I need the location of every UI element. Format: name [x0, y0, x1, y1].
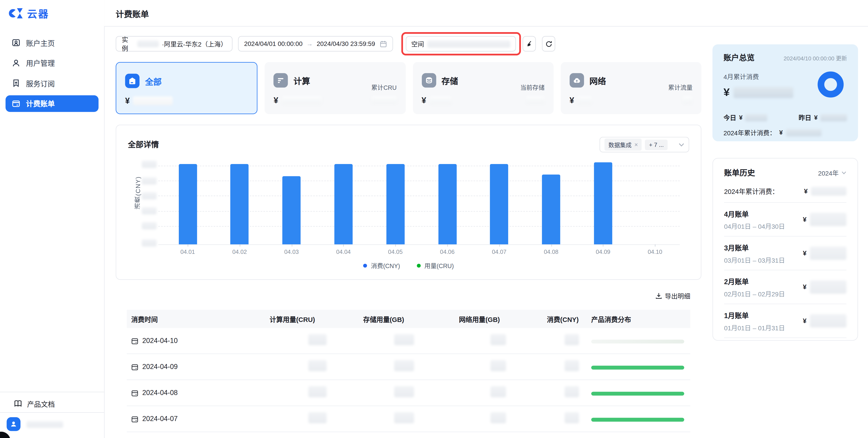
today-amount-redacted: [745, 114, 767, 121]
clear-filters-button[interactable]: [523, 36, 536, 52]
y-axis-label: 消费(CNY): [133, 176, 142, 209]
date-range-picker[interactable]: 2024/04/01 00:00:00 → 2024/04/30 23:59:5…: [238, 36, 393, 52]
consumption-table: 消费时间 计算用量(CRU) 存储用量(GB) 网络用量(GB) 消费(CNY)…: [127, 310, 690, 432]
card-title: 全部: [145, 75, 162, 87]
history-ytd-label: 2024年累计消费：: [724, 186, 779, 196]
close-icon[interactable]: ×: [634, 141, 638, 148]
user-account-row[interactable]: [0, 412, 104, 431]
filter-more-chip[interactable]: + 7 ...: [645, 139, 668, 150]
bill-range: 01月01日 – 01月31日: [724, 323, 785, 332]
summary-card-all[interactable]: 全部 ¥: [116, 62, 258, 114]
metric-value-redacted: [526, 96, 545, 104]
today-label: 今日: [723, 113, 736, 122]
value-redacted: [394, 412, 414, 423]
product-filter-select[interactable]: 数据集成 × + 7 ...: [599, 137, 689, 152]
compute-icon: [274, 73, 288, 88]
chart-bar: [334, 164, 352, 244]
instance-select-prefix: 实例: [122, 35, 134, 53]
amount-redacted: [430, 95, 452, 104]
metric-value-redacted: [683, 96, 692, 104]
x-axis-tick-label: 04.10: [638, 248, 672, 255]
export-details-button[interactable]: 导出明细: [655, 291, 690, 300]
arrow-right-icon: →: [307, 40, 313, 47]
summary-card-network[interactable]: 网络 累计流量 ¥: [561, 62, 702, 114]
x-axis-tick-label: 04.02: [223, 248, 256, 255]
instance-select[interactable]: 实例 ·阿里云-华东2（上海）: [116, 36, 232, 52]
value-redacted: [308, 334, 327, 345]
detail-chart-panel: 全部详情 数据集成 × + 7 ... 消费(CNY): [116, 125, 702, 280]
chat-widget-bubble[interactable]: [0, 432, 11, 438]
logo-text: 云器: [27, 6, 49, 21]
filter-tag-label: 数据集成: [608, 141, 631, 149]
col-header-compute: 计算用量(CRU): [270, 314, 363, 324]
x-axis-tick-label: 04.06: [431, 248, 464, 255]
date-start-value: 2024/04/01 00:00:00: [244, 40, 303, 47]
x-axis-tick-label: 04.01: [171, 248, 204, 255]
refresh-icon: [545, 40, 552, 48]
value-redacted: [565, 334, 579, 345]
billing-history-card: 账单历史 2024年 2024年累计消费： ¥ 4月账单 04月01日 – 04…: [712, 158, 858, 341]
x-axis-tick: [655, 244, 655, 246]
all-products-icon: [125, 74, 140, 88]
refresh-button[interactable]: [542, 36, 555, 52]
row-date: 2024-04-09: [142, 363, 178, 371]
y-tick-redacted: [142, 239, 157, 246]
sidebar-item-account-home[interactable]: 账户主页: [5, 34, 98, 51]
value-redacted: [308, 412, 327, 423]
calendar-icon: [131, 415, 138, 422]
value-redacted: [394, 334, 414, 345]
x-axis-tick-label: 04.03: [275, 248, 308, 255]
sidebar-item-product-docs[interactable]: 产品文档: [0, 391, 104, 409]
currency-symbol: ¥: [779, 129, 783, 136]
year-filter-select[interactable]: 2024年: [818, 168, 846, 177]
yesterday-amount-redacted: [820, 114, 847, 121]
summary-card-compute[interactable]: 计算 累计CRU ¥: [265, 62, 405, 114]
y-tick-redacted: [142, 160, 157, 168]
username-redacted: [27, 421, 63, 427]
page-header: [104, 0, 868, 27]
col-header-cost: 消费(CNY): [547, 314, 591, 324]
billing-page: 云器 账户主页: [0, 0, 868, 438]
x-axis-tick-label: 04.05: [379, 248, 412, 255]
y-tick-redacted: [142, 223, 157, 230]
space-select[interactable]: 空间: [406, 36, 516, 52]
sidebar-item-user-management[interactable]: 用户管理: [5, 55, 98, 71]
avatar: [6, 417, 20, 431]
bill-title: 1月账单: [724, 310, 785, 320]
legend-item-usage[interactable]: 用量(CRU): [416, 261, 454, 270]
chart-bar: [230, 164, 249, 244]
chart-legend: 消费(CNY) 用量(CRU): [116, 261, 701, 270]
bill-amount-redacted: [810, 314, 846, 328]
history-item-february[interactable]: 2月账单 02月01日 – 02月29日 ¥: [724, 270, 846, 304]
history-item-january[interactable]: 1月账单 01月01日 – 01月31日 ¥: [724, 304, 846, 338]
history-item-april[interactable]: 4月账单 04月01日 – 04月30日 ¥: [724, 203, 846, 236]
table-row: 2024-04-07: [127, 406, 690, 432]
x-axis-tick: [343, 244, 344, 246]
consumption-donut-chart: [817, 71, 844, 97]
filter-tag-chip[interactable]: 数据集成 ×: [604, 139, 642, 151]
instance-name-redacted: [137, 40, 159, 47]
history-item-march[interactable]: 3月账单 03月01日 – 03月31日 ¥: [724, 237, 846, 270]
x-axis-tick: [188, 244, 188, 246]
value-redacted: [565, 412, 579, 423]
overview-updated: 2024/04/10 00:00:00 更新: [783, 54, 847, 62]
ytd-label: 2024年累计消费：: [723, 128, 776, 137]
row-date: 2024-04-07: [142, 415, 178, 422]
value-redacted: [394, 386, 414, 397]
value-redacted: [565, 360, 579, 371]
chart-bar: [386, 164, 405, 244]
sidebar-item-service-subscription[interactable]: 服务订阅: [5, 75, 98, 91]
sidebar-item-billing[interactable]: 计费账单: [5, 95, 98, 112]
history-title: 账单历史: [724, 167, 755, 178]
sidebar-item-label: 用户管理: [26, 58, 55, 68]
legend-dot: [363, 263, 367, 267]
logo-icon: [9, 7, 23, 20]
history-ytd-amount-redacted: [811, 186, 846, 195]
x-axis-tick: [603, 244, 603, 246]
chart-bar: [438, 164, 456, 244]
summary-card-storage[interactable]: 存储 当前存储 ¥: [413, 62, 554, 114]
legend-item-consumption[interactable]: 消费(CNY): [363, 261, 400, 270]
y-tick-redacted: [142, 177, 157, 184]
legend-label: 用量(CRU): [425, 261, 454, 270]
value-redacted: [565, 386, 579, 397]
